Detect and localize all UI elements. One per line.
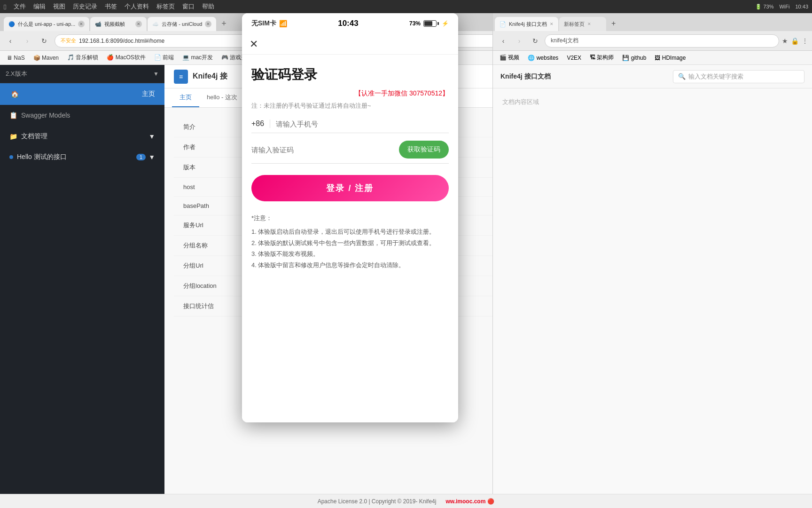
second-url: knife4j文档 xyxy=(551,37,578,45)
tab3-favicon: ☁️ xyxy=(152,21,159,27)
sidebar-hello-label: Hello 测试的接口 xyxy=(17,153,67,161)
mooc-logo: ww.imooc.com xyxy=(445,498,485,505)
second-tab-close[interactable]: ✕ xyxy=(550,22,554,26)
get-code-btn[interactable]: 获取验证码 xyxy=(399,141,449,159)
second-tab-knife4j[interactable]: 📄 Knife4j 接口文档 ✕ xyxy=(495,17,558,31)
knife4j-logo: ≡ Knife4j 接 xyxy=(174,70,227,84)
second-addr-icons: ★ 🔒 ⋮ xyxy=(782,37,808,45)
forward-btn[interactable]: › xyxy=(21,34,34,48)
phone-code: +86 xyxy=(251,119,270,128)
notes-section: *注意： 1. 体验版启动后自动登录，退出后可以使用手机号进行登录或注册。 2.… xyxy=(251,213,449,270)
bookmark-macos[interactable]: 🍎 MacOS软件 xyxy=(104,53,148,63)
menu-view[interactable]: 视图 xyxy=(53,2,65,11)
tab1-favicon: 🔵 xyxy=(8,21,15,27)
second-tab-label: Knife4j 接口文档 xyxy=(509,21,547,28)
security-warning: 不安全 xyxy=(61,37,76,44)
bookmark-frontend[interactable]: 📄 前端 xyxy=(151,53,177,63)
menu-help[interactable]: 帮助 xyxy=(202,2,214,11)
second-forward-btn[interactable]: › xyxy=(513,34,526,48)
version-text: 2.X版本 xyxy=(6,70,27,78)
sidebar-home-label: 主页 xyxy=(142,90,155,98)
second-new-tab-btn[interactable]: + xyxy=(607,17,620,30)
second-search-box[interactable]: 🔍 输入文档关键字搜索 xyxy=(673,70,804,83)
login-register-btn[interactable]: 登录 / 注册 xyxy=(251,175,449,201)
note-item-2: 2. 体验版的默认测试账号中包含一些内置数据，可用于测试或查看。 xyxy=(251,238,449,248)
reload-btn[interactable]: ↻ xyxy=(38,34,51,48)
second-bookmarks-bar: 🎬 视频 🌐 websites V2EX 🏗 架构师 💾 github 🖼 HD… xyxy=(493,51,812,65)
sidebar-docmgmt-label: 文档管理 xyxy=(21,132,47,141)
second-address-field[interactable]: knife4j文档 xyxy=(545,34,779,48)
tab-hello[interactable]: hello - 这次 xyxy=(199,88,245,107)
second-star-icon[interactable]: ★ xyxy=(782,37,788,45)
mobile-status-left: 无SIM卡 📶 xyxy=(251,19,287,28)
apple-icon[interactable]:  xyxy=(4,3,6,11)
note-item-1: 1. 体验版启动后自动登录，退出后可以使用手机号进行登录或注册。 xyxy=(251,226,449,237)
mac-menu-bar:  文件 编辑 视图 历史记录 书签 个人资料 标签页 窗口 帮助 xyxy=(4,2,214,11)
menu-bookmarks[interactable]: 书签 xyxy=(105,2,117,11)
tab-home[interactable]: 主页 xyxy=(172,88,199,107)
bookmark-maven[interactable]: 📦 Maven xyxy=(31,54,62,62)
second-tab-new[interactable]: 新标签页 ✕ xyxy=(559,17,606,31)
back-btn[interactable]: ‹ xyxy=(4,34,17,48)
sidebar-hello-dot xyxy=(9,155,13,159)
bookmark-music[interactable]: 🎵 音乐解锁 xyxy=(64,53,101,63)
menu-history[interactable]: 历史记录 xyxy=(73,2,97,11)
mac-topbar:  文件 编辑 视图 历史记录 书签 个人资料 标签页 窗口 帮助 🔋 73% … xyxy=(0,0,812,13)
bookmark-hdimage[interactable]: 🖼 HDImage xyxy=(652,54,688,62)
wechat-notice: 【认准一手加微信 307570512】 xyxy=(251,89,449,98)
browser-tab-3[interactable]: ☁️ 云存储 - uniCloud ✕ xyxy=(148,17,216,31)
browser-tab-2[interactable]: 📹 视频截帧 ✕ xyxy=(90,17,147,31)
mobile-page-title: 验证码登录 xyxy=(251,66,449,84)
bookmark-websites[interactable]: 🌐 websites xyxy=(525,54,561,62)
mobile-status-bar: 无SIM卡 📶 10:43 73% ⚡ xyxy=(242,13,458,34)
bookmark-github[interactable]: 💾 github xyxy=(619,54,649,62)
second-newtab-close[interactable]: ✕ xyxy=(587,22,591,26)
no-sim-text: 无SIM卡 xyxy=(251,19,276,28)
bookmark-v2ex[interactable]: V2EX xyxy=(564,54,584,62)
note-item-4: 4. 体验版中留言和修改用户信息等操作会定时自动清除。 xyxy=(251,260,449,270)
bookmark-architect[interactable]: 🏗 架构师 xyxy=(587,53,617,63)
second-tab-favicon: 📄 xyxy=(500,21,506,27)
second-addr-bar: ‹ › ↻ knife4j文档 ★ 🔒 ⋮ xyxy=(493,31,812,51)
mobile-time: 10:43 xyxy=(338,19,358,28)
second-shield-icon[interactable]: 🔒 xyxy=(791,37,799,45)
sidebar-item-swagger[interactable]: 📋 Swagger Models xyxy=(0,105,164,126)
tab3-label: 云存储 - uniCloud xyxy=(162,21,202,28)
mobile-close-btn[interactable]: ✕ xyxy=(250,38,258,50)
search-placeholder: 输入文档关键字搜索 xyxy=(688,72,743,81)
second-header: Knife4j 接口文档 🔍 输入文档关键字搜索 xyxy=(493,65,812,88)
notes-title: *注意： xyxy=(251,213,449,223)
tab3-close-btn[interactable]: ✕ xyxy=(205,21,211,27)
copyright-text: Apache License 2.0 | Copyright © 2019- K… xyxy=(318,498,437,505)
tab2-close-btn[interactable]: ✕ xyxy=(135,21,142,27)
second-reload-btn[interactable]: ↻ xyxy=(529,34,542,48)
second-settings-icon[interactable]: ⋮ xyxy=(802,37,808,45)
wifi-icon: 📶 xyxy=(279,20,287,27)
new-tab-btn[interactable]: + xyxy=(217,17,230,30)
sidebar-item-hello[interactable]: Hello 测试的接口 1 ▼ xyxy=(0,147,164,167)
menu-tabs[interactable]: 标签页 xyxy=(156,2,175,11)
url-text: 192.168.1.6:8099/doc.html#/home xyxy=(79,38,164,44)
menu-edit[interactable]: 编辑 xyxy=(33,2,46,11)
mooc-icon: 🔴 xyxy=(487,498,494,505)
menu-window[interactable]: 窗口 xyxy=(182,2,195,11)
verify-code-input[interactable] xyxy=(251,146,394,154)
browser-tab-1[interactable]: 🔵 什么是 uni-app - uni-ap... ✕ xyxy=(4,17,89,31)
tab1-label: 什么是 uni-app - uni-ap... xyxy=(18,21,75,28)
sidebar-docmgmt-arrow: ▼ xyxy=(148,133,155,140)
tab1-close-btn[interactable]: ✕ xyxy=(78,21,85,27)
sidebar-home-icon: 🏠 xyxy=(11,90,19,98)
phone-input[interactable] xyxy=(276,120,449,128)
second-back-btn[interactable]: ‹ xyxy=(497,34,510,48)
knife4j-sidebar: 2.X版本 ▼ 🏠 主页 📋 Swagger Models 📁 文档管理 ▼ xyxy=(0,65,164,508)
bookmark-video[interactable]: 🎬 视频 xyxy=(497,53,522,63)
charging-icon: ⚡ xyxy=(442,20,449,27)
menu-file[interactable]: 文件 xyxy=(14,2,26,11)
sidebar-item-home[interactable]: 🏠 主页 xyxy=(0,83,164,105)
version-selector[interactable]: 2.X版本 ▼ xyxy=(0,65,164,83)
footer-bar: Apache License 2.0 | Copyright © 2019- K… xyxy=(0,494,812,508)
menu-profile[interactable]: 个人资料 xyxy=(125,2,149,11)
bookmark-mac-dev[interactable]: 💻 mac开发 xyxy=(180,53,216,63)
bookmark-nas[interactable]: 🖥 NaS xyxy=(4,54,28,62)
sidebar-item-doc-mgmt[interactable]: 📁 文档管理 ▼ xyxy=(0,126,164,147)
